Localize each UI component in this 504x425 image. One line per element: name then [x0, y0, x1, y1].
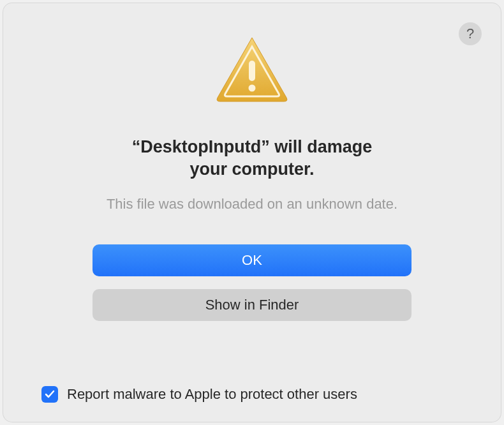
warning-icon — [214, 35, 290, 104]
title-line-2: your computer. — [41, 158, 463, 181]
show-in-finder-button[interactable]: Show in Finder — [93, 289, 411, 321]
checkmark-icon — [44, 389, 56, 400]
checkbox-row: Report malware to Apple to protect other… — [41, 386, 463, 403]
report-malware-checkbox[interactable] — [41, 386, 58, 403]
svg-rect-0 — [249, 61, 255, 81]
alert-dialog: ? “DesktopInputd” will damage your compu… — [3, 3, 501, 422]
icon-container — [41, 35, 463, 104]
help-button[interactable]: ? — [459, 22, 482, 45]
title-line-1: “DesktopInputd” will damage — [41, 136, 463, 158]
svg-point-1 — [249, 85, 256, 92]
ok-button[interactable]: OK — [93, 244, 411, 276]
dialog-subtitle: This file was downloaded on an unknown d… — [41, 196, 463, 212]
button-stack: OK Show in Finder — [41, 244, 463, 321]
checkbox-label: Report malware to Apple to protect other… — [67, 386, 357, 403]
dialog-title: “DesktopInputd” will damage your compute… — [41, 136, 463, 181]
help-icon: ? — [466, 26, 474, 42]
